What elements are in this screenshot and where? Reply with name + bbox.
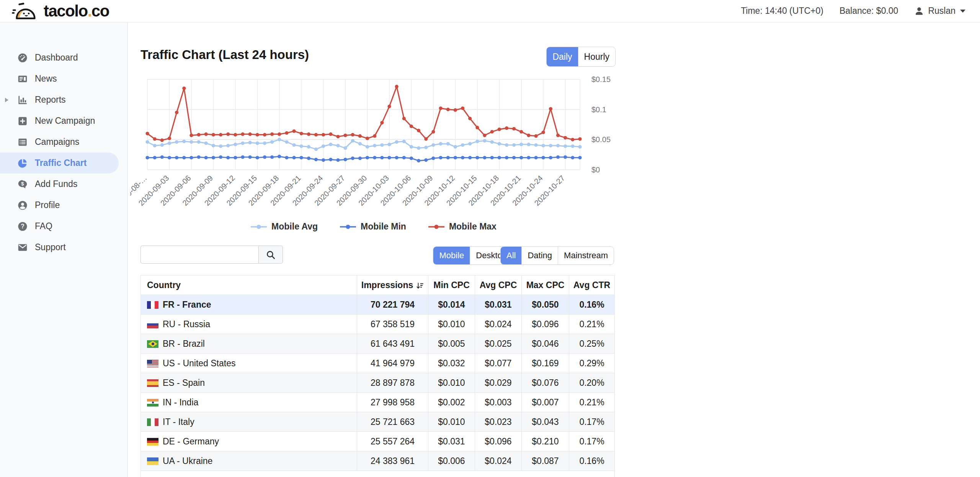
page-title: Traffic Chart (Last 24 hours) <box>140 48 309 62</box>
max-cpc-cell: $0.076 <box>522 373 569 393</box>
avg-cpc-cell: $0.024 <box>475 315 522 334</box>
avg-ctr-cell: 0.17% <box>569 412 615 432</box>
country-cell: IN - India <box>141 393 357 412</box>
country-cell: RU - Russia <box>141 315 357 334</box>
support-icon <box>17 242 28 253</box>
country-cell: FR - France <box>141 295 357 315</box>
chart-legend: Mobile AvgMobile MinMobile Max <box>130 221 616 232</box>
legend-label: Mobile Max <box>449 221 497 232</box>
sidebar-item-news[interactable]: News <box>0 68 119 89</box>
impressions-cell: 27 998 958 <box>357 393 428 412</box>
legend-label: Mobile Avg <box>271 221 318 232</box>
country-cell: IT - Italy <box>141 412 357 432</box>
sidebar-item-support[interactable]: Support <box>0 237 119 258</box>
sidebar-item-traffic-chart[interactable]: Traffic Chart <box>0 152 119 174</box>
period-hourly-button[interactable]: Hourly <box>578 47 615 66</box>
table-row[interactable]: FR - France70 221 794$0.014$0.031$0.0500… <box>141 295 615 315</box>
traffic-chart-icon <box>17 157 28 169</box>
min-cpc-cell: $0.010 <box>428 412 475 432</box>
sidebar-item-campaigns[interactable]: Campaigns <box>0 131 119 152</box>
avg-cpc-cell: $0.077 <box>475 354 522 373</box>
column-header-impressions[interactable]: Impressions <box>357 275 428 295</box>
category-all-button[interactable]: All <box>501 247 521 264</box>
avg-cpc-cell: $0.003 <box>475 393 522 412</box>
legend-marker-icon <box>250 224 268 229</box>
impressions-cell: 70 221 794 <box>357 295 428 315</box>
legend-item-mobile-min[interactable]: Mobile Min <box>339 221 406 232</box>
flag-us-icon <box>147 360 158 367</box>
period-toggle: DailyHourly <box>546 47 616 67</box>
flag-de-icon <box>147 438 158 446</box>
table-row[interactable]: RU - Russia67 358 519$0.010$0.024$0.0960… <box>141 315 615 334</box>
flag-fr-icon <box>147 301 158 309</box>
new-campaign-icon <box>17 115 28 127</box>
impressions-cell: 61 643 491 <box>357 334 428 354</box>
user-menu[interactable]: Ruslan <box>914 6 965 16</box>
svg-text:$: $ <box>21 181 24 187</box>
traffic-chart: $0.15$0.1$0.05$02020-08-…2020-09-032020-… <box>130 73 616 226</box>
impressions-cell: 25 557 264 <box>357 432 428 451</box>
svg-text:?: ? <box>21 223 24 229</box>
device-mobile-button[interactable]: Mobile <box>433 247 470 264</box>
table-row[interactable]: BR - Brazil61 643 491$0.005$0.025$0.0460… <box>141 334 615 354</box>
sidebar-item-profile[interactable]: Profile <box>0 195 119 216</box>
sidebar-item-dashboard[interactable]: Dashboard <box>0 47 119 68</box>
column-header-country[interactable]: Country <box>141 275 357 295</box>
legend-item-mobile-avg[interactable]: Mobile Avg <box>250 221 318 232</box>
avg-ctr-cell: 0.16% <box>569 451 615 471</box>
flag-es-icon <box>147 379 158 387</box>
sidebar-item-reports[interactable]: Reports <box>0 89 119 110</box>
dashboard-icon <box>17 52 28 64</box>
max-cpc-cell: $0.043 <box>522 412 569 432</box>
search-icon <box>266 250 276 260</box>
table-row[interactable]: ES - Spain28 897 878$0.010$0.029$0.0760.… <box>141 373 615 393</box>
flag-ua-icon <box>147 457 158 465</box>
avg-ctr-cell: 0.25% <box>569 334 615 354</box>
sidebar-item-label: New Campaign <box>35 116 95 126</box>
flag-ru-icon <box>147 321 158 328</box>
sidebar-item-label: Dashboard <box>35 52 78 63</box>
taco-mascot-icon <box>11 1 40 21</box>
sidebar-item-new-campaign[interactable]: New Campaign <box>0 110 119 131</box>
sidebar-item-add-funds[interactable]: $Add Funds <box>0 174 119 195</box>
period-daily-button[interactable]: Daily <box>547 47 578 66</box>
table-row[interactable]: IN - India27 998 958$0.002$0.003$0.0070.… <box>141 393 615 412</box>
logo[interactable]: tacolo.co <box>11 1 109 21</box>
category-dating-button[interactable]: Dating <box>521 247 558 264</box>
table-row[interactable]: US - United States41 964 979$0.032$0.077… <box>141 354 615 373</box>
sidebar-item-faq[interactable]: ?FAQ <box>0 216 119 237</box>
search-bar <box>140 246 283 264</box>
table-row[interactable]: DE - Germany25 557 264$0.031$0.096$0.210… <box>141 432 615 451</box>
column-header-min-cpc[interactable]: Min CPC <box>428 275 475 295</box>
category-mainstream-button[interactable]: Mainstream <box>558 247 614 264</box>
svg-text:$0.15: $0.15 <box>591 75 611 84</box>
svg-text:$0.05: $0.05 <box>591 135 611 144</box>
search-button[interactable] <box>258 246 283 264</box>
max-cpc-cell: $0.046 <box>522 334 569 354</box>
avg-ctr-cell: 0.21% <box>569 393 615 412</box>
sort-desc-icon <box>416 282 424 289</box>
sidebar-item-label: Profile <box>35 200 60 210</box>
min-cpc-cell: $0.010 <box>428 373 475 393</box>
min-cpc-cell: $0.002 <box>428 393 475 412</box>
news-icon <box>17 73 28 85</box>
min-cpc-cell: $0.006 <box>428 451 475 471</box>
legend-label: Mobile Min <box>361 221 406 232</box>
add-funds-icon: $ <box>17 179 28 190</box>
column-header-avg-ctr[interactable]: Avg CTR <box>569 275 615 295</box>
flag-it-icon <box>147 418 158 426</box>
table-row[interactable]: IT - Italy25 721 663$0.010$0.023$0.0430.… <box>141 412 615 432</box>
min-cpc-cell: $0.005 <box>428 334 475 354</box>
country-cell: US - United States <box>141 354 357 373</box>
balance-label: Balance: $0.00 <box>840 6 898 16</box>
profile-icon <box>17 200 28 211</box>
legend-item-mobile-max[interactable]: Mobile Max <box>428 221 497 232</box>
sidebar-item-label: Traffic Chart <box>35 158 87 168</box>
column-header-max-cpc[interactable]: Max CPC <box>522 275 569 295</box>
column-header-avg-cpc[interactable]: Avg CPC <box>475 275 522 295</box>
faq-icon: ? <box>17 221 28 232</box>
search-input[interactable] <box>140 246 258 264</box>
svg-text:$0.1: $0.1 <box>591 105 606 114</box>
expand-caret-icon[interactable] <box>5 98 8 102</box>
table-row[interactable]: UA - Ukraine24 383 961$0.006$0.024$0.087… <box>141 451 615 471</box>
